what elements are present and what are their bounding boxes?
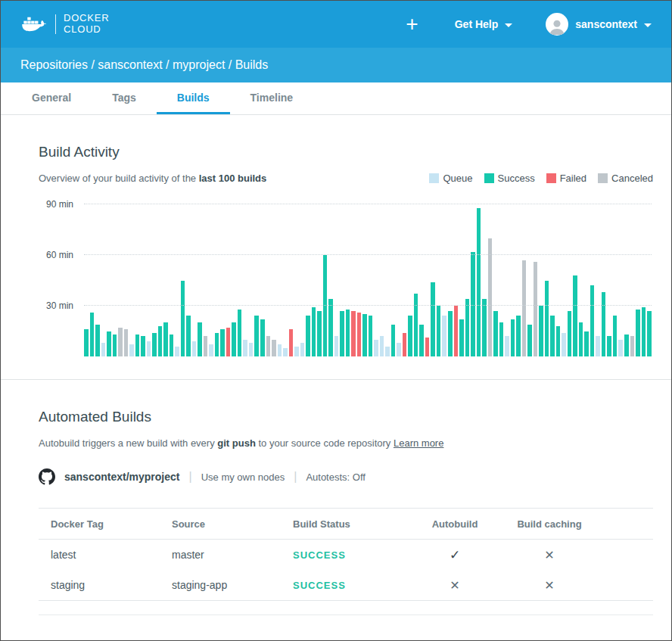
build-bar-queue[interactable] — [192, 341, 197, 356]
build-bar-success[interactable] — [158, 326, 163, 356]
build-bar-success[interactable] — [568, 311, 572, 356]
build-bar-queue[interactable] — [334, 336, 339, 356]
build-bar-success[interactable] — [590, 285, 595, 356]
build-bar-success[interactable] — [545, 281, 549, 356]
build-bar-success[interactable] — [408, 316, 412, 356]
learn-more-link[interactable]: Learn more — [394, 437, 443, 449]
build-bar-success[interactable] — [90, 313, 95, 356]
build-bar-success[interactable] — [493, 311, 498, 356]
build-bar-success[interactable] — [317, 311, 322, 356]
build-bar-success[interactable] — [306, 316, 310, 356]
build-bar-success[interactable] — [369, 316, 373, 356]
build-bar-failed[interactable] — [289, 329, 294, 356]
build-bar-success[interactable] — [181, 281, 185, 356]
breadcrumb[interactable]: Repositories / sanscontext / myproject /… — [20, 58, 268, 72]
build-bar-success[interactable] — [220, 329, 225, 356]
build-bar-success[interactable] — [163, 322, 168, 356]
build-bar-success[interactable] — [152, 333, 157, 356]
build-bar-success[interactable] — [573, 275, 577, 356]
build-bar-failed[interactable] — [425, 338, 430, 356]
get-help-menu[interactable]: Get Help — [455, 18, 513, 30]
build-bar-success[interactable] — [135, 335, 140, 356]
build-bar-success[interactable] — [482, 299, 487, 356]
build-bar-success[interactable] — [437, 306, 441, 356]
build-bar-success[interactable] — [362, 314, 367, 356]
build-bar-queue[interactable] — [374, 340, 378, 356]
build-bar-queue[interactable] — [243, 340, 247, 356]
build-bar-queue[interactable] — [380, 336, 384, 356]
tab-tags[interactable]: Tags — [92, 82, 157, 114]
build-bar-success[interactable] — [584, 331, 589, 356]
build-bar-success[interactable] — [539, 306, 543, 356]
build-bar-queue[interactable] — [294, 347, 299, 356]
repo-name[interactable]: sanscontext/myproject — [64, 471, 180, 483]
build-bar-queue[interactable] — [175, 347, 179, 356]
build-bar-failed[interactable] — [351, 311, 356, 356]
build-bar-success[interactable] — [511, 319, 515, 356]
build-bar-success[interactable] — [642, 307, 646, 356]
build-bar-queue[interactable] — [147, 341, 151, 356]
build-bar-failed[interactable] — [454, 306, 459, 356]
build-bar-canceled[interactable] — [534, 262, 538, 356]
build-bar-failed[interactable] — [357, 313, 362, 356]
build-bar-success[interactable] — [260, 319, 265, 356]
user-menu[interactable]: sanscontext — [546, 13, 652, 36]
build-bar-success[interactable] — [346, 310, 350, 356]
build-bar-queue[interactable] — [283, 348, 288, 356]
build-bar-success[interactable] — [602, 292, 606, 356]
build-bar-success[interactable] — [607, 336, 611, 356]
build-bar-success[interactable] — [391, 325, 396, 356]
build-bar-queue[interactable] — [278, 344, 282, 356]
build-bar-success[interactable] — [238, 310, 242, 356]
build-bar-queue[interactable] — [505, 336, 509, 356]
build-bar-success[interactable] — [465, 299, 470, 356]
build-bar-success[interactable] — [477, 208, 481, 356]
build-bar-success[interactable] — [328, 299, 333, 356]
build-bar-queue[interactable] — [618, 340, 623, 356]
build-bar-queue[interactable] — [249, 343, 254, 356]
build-bar-success[interactable] — [550, 316, 555, 356]
build-bar-success[interactable] — [647, 311, 652, 356]
build-bar-success[interactable] — [499, 322, 504, 356]
build-bar-success[interactable] — [198, 322, 202, 356]
build-bar-success[interactable] — [431, 282, 435, 356]
build-bar-failed[interactable] — [226, 328, 231, 356]
build-bar-success[interactable] — [340, 311, 344, 356]
build-bar-queue[interactable] — [442, 316, 446, 356]
build-bar-failed[interactable] — [403, 333, 407, 356]
build-bar-success[interactable] — [107, 331, 111, 356]
tab-timeline[interactable]: Timeline — [230, 82, 314, 114]
build-bar-queue[interactable] — [101, 343, 106, 356]
build-bar-canceled[interactable] — [266, 336, 271, 356]
build-bar-success[interactable] — [556, 326, 561, 356]
build-bar-queue[interactable] — [562, 333, 566, 356]
build-bar-success[interactable] — [636, 310, 640, 356]
build-bar-canceled[interactable] — [488, 238, 493, 356]
build-bar-canceled[interactable] — [272, 340, 276, 356]
build-bar-canceled[interactable] — [124, 329, 129, 356]
build-bar-queue[interactable] — [397, 343, 401, 356]
build-bar-success[interactable] — [516, 316, 521, 356]
build-bar-success[interactable] — [254, 316, 259, 356]
build-bar-success[interactable] — [624, 335, 629, 356]
tab-builds[interactable]: Builds — [157, 82, 230, 114]
build-bar-queue[interactable] — [129, 344, 134, 356]
build-bar-canceled[interactable] — [630, 336, 635, 356]
build-bar-queue[interactable] — [300, 343, 305, 356]
build-bar-success[interactable] — [186, 316, 191, 356]
build-bar-success[interactable] — [471, 252, 475, 356]
tab-general[interactable]: General — [11, 82, 92, 114]
docker-cloud-logo[interactable]: DOCKER CLOUD — [20, 13, 109, 36]
build-bar-success[interactable] — [113, 335, 117, 356]
build-bar-success[interactable] — [579, 322, 583, 356]
build-bar-success[interactable] — [527, 325, 532, 356]
build-bar-success[interactable] — [215, 333, 219, 356]
build-bar-queue[interactable] — [209, 344, 213, 356]
build-bar-success[interactable] — [312, 307, 316, 356]
build-bar-success[interactable] — [170, 335, 174, 356]
build-bar-success[interactable] — [232, 322, 236, 356]
build-bar-canceled[interactable] — [118, 328, 123, 356]
build-bar-queue[interactable] — [596, 336, 600, 356]
build-bar-success[interactable] — [141, 336, 145, 356]
build-bar-queue[interactable] — [385, 347, 390, 356]
